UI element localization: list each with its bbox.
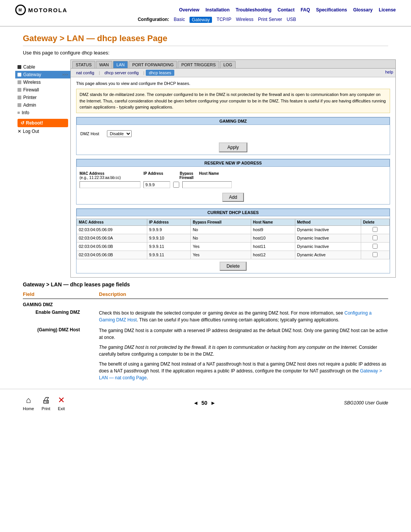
cell-ip: 9.9.9.10: [147, 234, 191, 242]
exit-button[interactable]: ✕ Exit: [58, 395, 65, 411]
gaming-dmz-host-field: (Gaming) DMZ Host: [23, 327, 84, 332]
table-row: 02:03:04:05:06:0A 9.9.9.10 No host10 Dyn…: [77, 234, 390, 242]
delete-button[interactable]: Delete: [220, 262, 247, 271]
gateway-arrow: >>>: [62, 73, 68, 77]
tab-lan[interactable]: LAN: [113, 61, 128, 68]
sidebar-label-firewall: Firewall: [23, 87, 39, 93]
cell-ip: 9.9.9.11: [147, 251, 191, 259]
subnav-usb[interactable]: USB: [287, 17, 296, 23]
subnav-printserver[interactable]: Print Server: [258, 17, 282, 23]
delete-checkbox-2[interactable]: [373, 244, 378, 249]
exit-icon: ✕: [58, 395, 65, 405]
sub-tab-nat-config[interactable]: nat config: [73, 70, 97, 76]
printer-dot: [18, 96, 21, 99]
desc-after: . This can be useful if you have difficu…: [137, 317, 339, 323]
col-delete: Delete: [361, 219, 389, 225]
enable-gaming-dmz-field: Enable Gaming DMZ: [23, 310, 84, 315]
desc-before: Check this box to designate the selected…: [99, 310, 344, 316]
fields-header-row: Field Description: [23, 291, 388, 299]
panel-description: This page allows you to view and configu…: [76, 81, 390, 86]
gaming-dmz-content: DMZ Host Disable Enable: [76, 127, 390, 140]
cell-delete[interactable]: [361, 242, 389, 251]
nav-contact[interactable]: Contact: [277, 7, 295, 13]
dmz-host-desc-p2: The gaming DMZ host is not protected by …: [99, 344, 388, 358]
table-row: 02:03:04:05:06:0B 9.9.9.11 Yes host12 Dy…: [77, 251, 390, 259]
next-page-arrow[interactable]: ►: [210, 400, 216, 406]
cell-mac: 02:03:04:05:06:0A: [77, 234, 147, 242]
help-link[interactable]: help: [385, 70, 393, 76]
tab-bar: STATUS WAN LAN PORT FORWARDING PORT TRIG…: [71, 60, 395, 69]
print-button[interactable]: 🖨 Print: [41, 395, 50, 411]
bypass-firewall-checkbox[interactable]: [173, 182, 179, 188]
sidebar-item-cable[interactable]: Cable: [15, 63, 70, 71]
sidebar-label-cable: Cable: [23, 64, 35, 70]
tab-port-forwarding[interactable]: PORT FORWARDING: [129, 61, 177, 68]
sidebar-item-wireless[interactable]: Wireless: [15, 78, 70, 86]
config-label: Configuration:: [138, 17, 169, 23]
sidebar-item-firewall[interactable]: Firewall: [15, 86, 70, 94]
hostname-input[interactable]: [182, 181, 232, 188]
nav-troubleshooting[interactable]: Troubleshooting: [236, 7, 271, 13]
nav-specifications[interactable]: Specifications: [316, 7, 347, 13]
dmz-host-label: DMZ Host: [80, 131, 99, 136]
cell-bypass: No: [191, 234, 251, 242]
reboot-button[interactable]: ↺ Reboot!: [18, 119, 68, 127]
delete-checkbox-1[interactable]: [373, 235, 378, 240]
footer-page-nav: ◄ 50 ►: [193, 400, 215, 406]
sidebar-item-gateway[interactable]: Gateway >>>: [15, 71, 70, 78]
delete-checkbox-0[interactable]: [373, 227, 378, 232]
nav-installation[interactable]: Installation: [206, 7, 229, 13]
page-intro: Use this page to configure dhcp leases:: [23, 50, 388, 56]
cell-mac: 02:03:04:05:06:0B: [77, 251, 147, 259]
cell-delete[interactable]: [361, 234, 389, 242]
mac-address-input[interactable]: [80, 181, 140, 188]
panel-content: This page allows you to view and configu…: [71, 77, 395, 277]
sub-tab-dhcp-server-config[interactable]: dhcp server config: [102, 70, 142, 76]
cell-bypass: No: [191, 225, 251, 234]
reboot-label: Reboot!: [26, 120, 43, 126]
subnav-gateway[interactable]: Gateway: [190, 17, 212, 23]
tab-wan[interactable]: WAN: [96, 61, 112, 68]
subnav-wireless[interactable]: Wireless: [236, 17, 253, 23]
ip-address-input[interactable]: [143, 181, 170, 188]
motorola-logo: M MOTOROLA: [15, 5, 67, 15]
gaming-dmz-header: GAMING DMZ: [76, 117, 390, 125]
apply-button[interactable]: Apply: [219, 142, 247, 152]
nav-faq[interactable]: FAQ: [301, 7, 310, 13]
tab-log[interactable]: LOG: [220, 61, 236, 68]
dmz-host-desc-p1: The gaming DMZ host is a computer with a…: [99, 327, 388, 341]
apply-row: Apply: [76, 140, 390, 155]
sidebar-item-admin[interactable]: Admin: [15, 101, 70, 109]
sub-tab-dhcp-leases[interactable]: dhcp leases: [146, 70, 174, 76]
cell-delete[interactable]: [361, 251, 389, 259]
cell-delete[interactable]: [361, 225, 389, 234]
nav-glossary[interactable]: Glossary: [353, 7, 373, 13]
tab-port-triggers[interactable]: PORT TRIGGERS: [178, 61, 219, 68]
fields-title: Gateway > LAN — dhcp leases page fields: [23, 281, 388, 288]
reserve-ip-header: RESERVE NEW IP ADDRESS: [76, 159, 390, 167]
device-panel: STATUS WAN LAN PORT FORWARDING PORT TRIG…: [70, 59, 396, 278]
dmz-host-select[interactable]: Disable Enable: [107, 130, 132, 137]
sidebar-item-printer[interactable]: Printer: [15, 94, 70, 101]
bypass-col-header: Bypass Firewall: [177, 171, 196, 180]
reserve-ip-section: RESERVE NEW IP ADDRESS MAC Address (e.g.…: [76, 159, 390, 204]
prev-page-arrow[interactable]: ◄: [193, 400, 198, 406]
reboot-icon: ↺: [21, 120, 24, 126]
nav-overview[interactable]: Overview: [179, 7, 199, 13]
nav-license[interactable]: License: [379, 7, 396, 13]
subnav-tcpip[interactable]: TCP/IP: [217, 17, 231, 23]
hostname-col-header: Host Name: [199, 171, 249, 180]
subnav-basic[interactable]: Basic: [174, 17, 185, 23]
home-button[interactable]: ⌂ Home: [23, 395, 34, 411]
delete-checkbox-3[interactable]: [373, 252, 378, 257]
tab-status[interactable]: STATUS: [72, 61, 95, 68]
page-title-section: Gateway > LAN — dhcp leases Page Use thi…: [0, 27, 411, 59]
logo-text: MOTOROLA: [28, 7, 67, 13]
logout-button[interactable]: ✕ Log Out: [15, 128, 70, 135]
logout-x-icon: ✕: [18, 129, 21, 134]
sidebar-item-info[interactable]: Info: [15, 109, 70, 117]
cell-mac: 02:03:04:05:06:0B: [77, 242, 147, 251]
add-button[interactable]: Add: [222, 193, 244, 202]
reserve-header-row: MAC Address (e.g., 11:22:33:aa:bb:cc) IP…: [80, 171, 387, 180]
home-icon: ⌂: [26, 395, 31, 405]
